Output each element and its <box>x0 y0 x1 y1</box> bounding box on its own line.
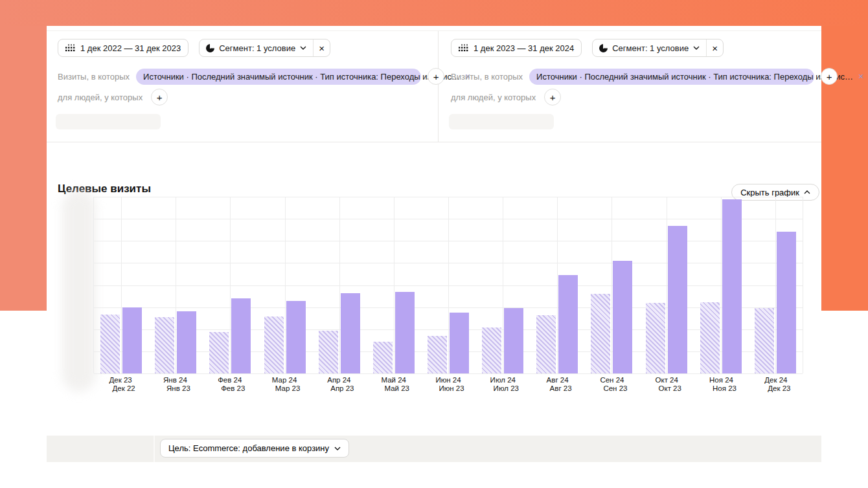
segment-remove-button-b[interactable]: × <box>706 39 723 56</box>
bar-group <box>421 197 475 373</box>
x-axis-label: Дек 24Дек 23 <box>749 376 803 392</box>
bar-solid[interactable] <box>668 226 687 373</box>
bar-solid[interactable] <box>286 301 306 373</box>
bar-hatched[interactable] <box>428 336 447 373</box>
bar-group <box>257 197 312 373</box>
segment-b-filters: 1 дек 2023 — 31 дек 2024 Сегмент: 1 усло… <box>440 26 831 142</box>
bar-solid[interactable] <box>777 232 796 373</box>
bar-group <box>694 197 748 373</box>
pie-chart-icon <box>206 44 214 52</box>
bar-hatched[interactable] <box>373 342 393 373</box>
date-range-button-b[interactable]: 1 дек 2023 — 31 дек 2024 <box>451 39 582 57</box>
report-panel: 1 дек 2022 — 31 дек 2023 Сегмент: 1 усло… <box>47 26 821 488</box>
x-axis-label: Авг 24Авг 23 <box>530 376 584 392</box>
goal-selector-label: Цель: Ecommerce: добавление в корзину <box>168 443 329 453</box>
bar-solid[interactable] <box>395 292 415 373</box>
bar-solid[interactable] <box>177 311 196 373</box>
bar-solid[interactable] <box>341 293 360 373</box>
segment-button-a[interactable]: Сегмент: 1 условие <box>200 39 313 56</box>
x-axis-label: Фев 24Фев 23 <box>203 376 257 392</box>
bar-solid[interactable] <box>231 298 251 373</box>
chip-close-icon[interactable]: × <box>858 72 863 81</box>
x-axis-label: Янв 24Янв 23 <box>148 376 202 392</box>
bar-group <box>203 197 257 373</box>
bar-solid[interactable] <box>613 261 632 373</box>
x-axis-label: Апр 24Апр 23 <box>312 376 366 392</box>
bar-hatched[interactable] <box>536 315 556 373</box>
bar-hatched[interactable] <box>264 316 284 373</box>
bar-group <box>312 197 367 373</box>
goal-selector-button[interactable]: Цель: Ecommerce: добавление в корзину <box>160 439 349 458</box>
add-people-condition-button-a[interactable]: + <box>151 89 168 105</box>
pie-chart-icon <box>599 44 608 52</box>
calendar-dots-icon <box>459 44 468 52</box>
bar-group <box>94 197 148 373</box>
bar-hatched[interactable] <box>700 302 720 373</box>
calendar-dots-icon <box>65 44 75 52</box>
x-axis-label: Май 24Май 23 <box>367 376 421 392</box>
x-axis-label: Сен 24Сен 23 <box>585 376 639 392</box>
filters-horizontal-divider <box>47 142 821 142</box>
date-range-label: 1 дек 2022 — 31 дек 2023 <box>80 43 181 53</box>
date-range-button-a[interactable]: 1 дек 2022 — 31 дек 2023 <box>58 39 188 57</box>
bar-group <box>584 197 639 373</box>
segment-button-b[interactable]: Сегмент: 1 условие <box>593 39 706 56</box>
people-condition-label: для людей, у которых <box>451 93 536 102</box>
bar-hatched[interactable] <box>100 315 120 373</box>
bar-solid[interactable] <box>504 308 523 373</box>
bar-solid[interactable] <box>122 307 142 373</box>
segment-control-a: Сегмент: 1 условие × <box>199 39 330 57</box>
footer-toolbar: Цель: Ecommerce: добавление в корзину <box>47 436 821 462</box>
date-range-label: 1 дек 2023 — 31 дек 2024 <box>474 43 574 53</box>
bar-solid[interactable] <box>722 199 742 373</box>
add-people-condition-button-b[interactable]: + <box>544 89 561 105</box>
x-axis-label: Окт 24Окт 23 <box>639 376 694 392</box>
x-axis-label: Июн 24Июн 23 <box>421 376 475 392</box>
bar-hatched[interactable] <box>155 317 174 373</box>
yaxis-ghost-blob <box>62 190 96 392</box>
filter-chip-b[interactable]: Источники · Последний значимый источник … <box>529 69 814 85</box>
bar-group <box>475 197 530 373</box>
x-axis-label: Мар 24Мар 23 <box>257 376 312 392</box>
page: 1 дек 2022 — 31 дек 2023 Сегмент: 1 усло… <box>0 0 868 488</box>
segment-remove-button-a[interactable]: × <box>313 39 330 56</box>
bar-hatched[interactable] <box>209 332 229 373</box>
x-axis-label: Ноя 24Ноя 23 <box>694 376 748 392</box>
bar-hatched[interactable] <box>319 331 338 373</box>
footer-divider <box>154 436 155 462</box>
chart-x-axis-labels: Дек 23Дек 22Янв 24Янв 23Фев 24Фев 23Мар … <box>93 376 803 395</box>
visits-condition-label: Визиты, в которых <box>58 72 130 82</box>
filter-chip-text: Источники · Последний значимый источник … <box>536 72 853 82</box>
bar-hatched[interactable] <box>591 294 610 373</box>
visits-condition-label: Визиты, в которых <box>451 72 523 82</box>
bar-group <box>530 197 584 373</box>
bar-hatched[interactable] <box>482 327 501 373</box>
chevron-down-icon <box>334 447 341 450</box>
gridline-horizontal <box>94 373 803 374</box>
segment-control-b: Сегмент: 1 условие × <box>592 39 724 57</box>
chevron-down-icon <box>693 46 700 50</box>
x-axis-label: Дек 23Дек 22 <box>93 376 148 392</box>
loading-skeleton <box>56 114 161 129</box>
people-condition-label: для людей, у которых <box>58 93 143 102</box>
add-visit-condition-button-b[interactable]: + <box>821 68 838 85</box>
orange-banner-left <box>0 26 47 311</box>
bar-solid[interactable] <box>558 275 578 373</box>
filter-chip-a[interactable]: Источники · Последний значимый источник … <box>136 69 421 85</box>
chevron-up-icon <box>804 190 810 194</box>
segment-label: Сегмент: 1 условие <box>219 43 295 53</box>
bar-hatched[interactable] <box>755 308 774 373</box>
loading-skeleton <box>449 114 554 129</box>
bar-solid[interactable] <box>450 313 469 373</box>
bar-group <box>148 197 203 373</box>
bar-group <box>367 197 421 373</box>
filter-chip-text: Источники · Последний значимый источник … <box>143 72 460 82</box>
x-axis-label: Июл 24Июл 23 <box>475 376 530 392</box>
segment-a-filters: 1 дек 2022 — 31 дек 2023 Сегмент: 1 усло… <box>47 26 438 142</box>
segment-label: Сегмент: 1 условие <box>612 43 689 53</box>
orange-banner-top <box>0 0 868 26</box>
bar-hatched[interactable] <box>646 303 665 373</box>
filters-vertical-divider <box>438 31 439 142</box>
hide-chart-label: Скрыть график <box>740 188 799 197</box>
bar-group <box>639 197 694 373</box>
